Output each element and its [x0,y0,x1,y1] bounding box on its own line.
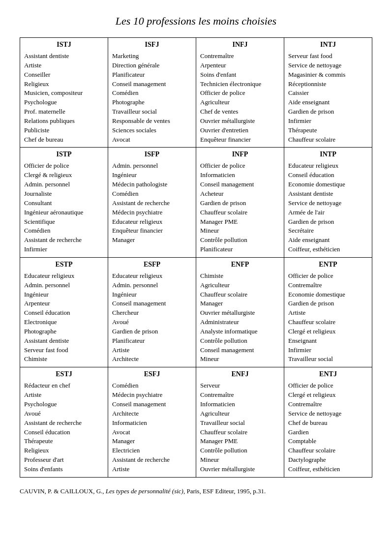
type-header: ENTP [288,261,368,271]
list-item: Professeur d'art [24,455,104,465]
list-item: Caissier [288,89,368,98]
list-item: Administrateur [200,318,280,327]
list-item: Artiste [112,465,192,474]
type-cell-infj: INFJContremaîtreArpenteurSoins d'enfantT… [196,38,284,148]
type-cell-isfj: ISFJMarketingDirection généralePlanifica… [108,38,196,148]
list-item: Réceptionniste [288,80,368,89]
list-item: Mineur [200,226,280,236]
list-item: Soins d'enfants [24,465,104,474]
list-item: Assistant de recherche [24,419,104,428]
list-item: Psychologue [24,400,104,409]
type-header: ESTJ [24,370,104,381]
list-item: Admin. personnel [112,281,192,290]
list-item: Contrôle pollution [200,446,280,455]
list-item: Marketing [112,52,192,61]
list-item: Ingénieur [24,290,104,300]
list-item: Conseil management [200,346,280,355]
list-item: Officier de police [288,271,368,281]
list-item: Photographe [112,98,192,107]
list-item: Ingénieur aéronautique [24,208,104,217]
list-item: Infirmier [24,245,104,254]
list-item: Dactylographe [288,455,368,465]
list-item: Artiste [288,308,368,318]
list-item: Chauffeur scolaire [200,290,280,300]
type-header: ENFP [200,261,280,271]
list-item: Secrétaire [288,226,368,236]
list-item: Gardien de prison [200,199,280,208]
type-cell-enfp: ENFPChimisteAgriculteurChauffeur scolair… [196,257,284,367]
list-item: Clergé et religieux [288,390,368,400]
type-header: ISFP [112,150,192,161]
list-item: Avoué [112,318,192,327]
list-item: Electricien [112,446,192,455]
list-item: Avocat [112,135,192,145]
list-item: Electronique [24,318,104,327]
list-item: Clergé & religieux [24,171,104,180]
main-table: ISTJAssistant dentisteArtisteConseillerR… [20,37,372,478]
list-item: Direction générale [112,61,192,70]
list-item: Travailleur social [112,107,192,117]
list-item: Manager PME [200,217,280,227]
list-item: Chauffeur scolaire [200,208,280,217]
list-item: Acheteur [200,189,280,199]
type-header: ISFJ [112,41,192,52]
list-item: Médecin psychiatre [112,208,192,217]
list-item: Gardien de prison [288,107,368,117]
list-item: Avoué [24,409,104,419]
list-item: Planificateur [112,70,192,80]
type-cell-istp: ISTPOfficier de policeClergé & religieux… [20,148,108,257]
list-item: Chercheur [112,308,192,318]
list-item: Conseil éducation [288,171,368,180]
list-item: Contremaître [200,52,280,61]
list-item: Conseil éducation [24,428,104,437]
list-item: Infirmier [288,346,368,355]
type-cell-estp: ESTPEducateur religieuxAdmin. personnelI… [20,257,108,367]
list-item: Economie domestique [288,180,368,189]
page-title: Les 10 professions les moins choisies [20,15,372,28]
list-item: Chauffeur scolaire [288,135,368,145]
list-item: Officier de police [200,89,280,98]
list-item: Architecte [112,409,192,419]
list-item: Comédien [112,89,192,98]
type-cell-esfj: ESFJComédienMédecin psychiatreConseil ma… [108,367,196,477]
list-item: Educateur religieux [288,161,368,171]
list-item: Religieux [24,446,104,455]
list-item: Admin. personnel [24,281,104,290]
list-item: Ingénieur [112,171,192,180]
list-item: Sciences sociales [112,126,192,135]
type-header: ESTP [24,261,104,271]
list-item: Ouvrier métallurgiste [200,465,280,474]
list-item: Manager [112,437,192,446]
footer-citation: CAUVIN, P. & CAILLOUX, G., Les types de … [20,487,372,495]
type-header: ESFJ [112,370,192,381]
type-cell-entj: ENTJOfficier de policeClergé et religieu… [284,367,372,477]
list-item: Serveur fast food [24,346,104,355]
type-header: INFJ [200,41,280,52]
type-header: ENTJ [288,370,368,381]
list-item: Assistant de recherche [24,236,104,245]
list-item: Scientifique [24,217,104,227]
list-item: Infirmier [288,117,368,126]
list-item: Gardien de prison [288,299,368,308]
type-header: ISTP [24,150,104,161]
list-item: Officier de police [24,161,104,171]
list-item: Service de nettoyage [288,199,368,208]
list-item: Chimiste [200,271,280,281]
list-item: Aide enseignant [288,236,368,245]
list-item: Architecte [112,355,192,364]
list-item: Médecin psychiatre [112,390,192,400]
type-header: INFP [200,150,280,161]
list-item: Contrôle pollution [200,236,280,245]
list-item: Consultant [24,199,104,208]
type-cell-intj: INTJServeur fast foodService de nettoyag… [284,38,372,148]
list-item: Chef de bureau [288,419,368,428]
list-item: Journaliste [24,189,104,199]
list-item: Informaticien [200,171,280,180]
list-item: Arpenteur [200,61,280,70]
list-item: Gardien [288,428,368,437]
list-item: Arpenteur [24,299,104,308]
list-item: Conseil management [112,80,192,89]
list-item: Enquêteur financier [112,226,192,236]
list-item: Agriculteur [200,98,280,107]
list-item: Planificateur [112,336,192,346]
